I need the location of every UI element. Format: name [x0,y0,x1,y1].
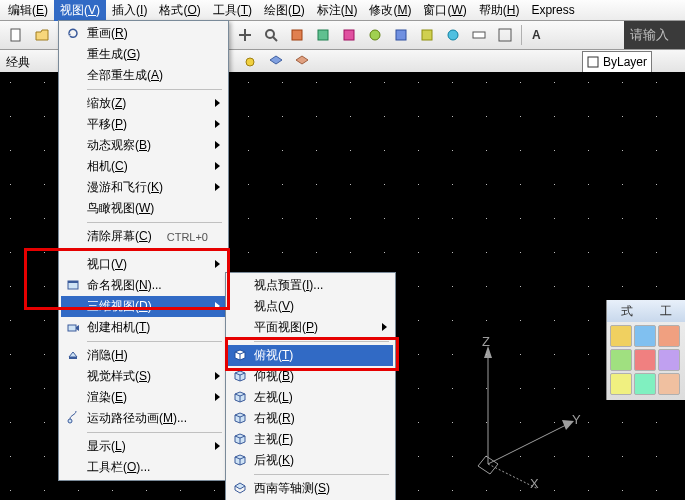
tool-generic-icon[interactable] [415,23,439,47]
menu-编辑[interactable]: 编辑(E) [2,0,54,21]
panel-tab[interactable]: 式 [621,303,633,320]
menu-标注[interactable]: 标注(N) [311,0,364,21]
tool-generic-icon[interactable] [285,23,309,47]
menubar: 编辑(E)视图(V)插入(I)格式(O)工具(T)绘图(D)标注(N)修改(M)… [0,0,685,21]
menu-item-label: 漫游和飞行(K) [87,179,163,196]
menu-item-label: 相机(C) [87,158,128,175]
menu-item[interactable]: 运动路径动画(M)... [61,408,226,429]
menu-item[interactable]: 工具栏(O)... [61,457,226,478]
menu-item[interactable]: 主视(F) [228,429,393,450]
layer-tool-icon[interactable] [290,50,314,74]
menu-插入[interactable]: 插入(I) [106,0,153,21]
panel-btn[interactable] [610,325,632,347]
menu-item-label: 运动路径动画(M)... [87,410,187,427]
submenu-arrow-icon [215,99,220,107]
tool-generic-icon[interactable] [363,23,387,47]
view-menu: 重画(R)重生成(G)全部重生成(A)缩放(Z)平移(P)动态观察(B)相机(C… [58,20,229,481]
menu-item-label: 仰视(B) [254,368,294,385]
menu-item[interactable]: 相机(C) [61,156,226,177]
menu-item[interactable]: 平面视图(P) [228,317,393,338]
tool-generic-icon[interactable] [493,23,517,47]
menu-item[interactable]: 创建相机(T) [61,317,226,338]
menu-item[interactable]: 左视(L) [228,387,393,408]
tool-text-icon[interactable]: A [526,23,550,47]
menu-item[interactable]: 视口(V) [61,254,226,275]
panel-btn[interactable] [634,349,656,371]
cube-icon [232,347,248,363]
menu-窗口[interactable]: 窗口(W) [417,0,472,21]
menu-item[interactable]: 视点预置(I)... [228,275,393,296]
layer-tool-icon[interactable] [264,50,288,74]
menu-item[interactable]: 俯视(T) [228,345,393,366]
layer-selector[interactable]: ByLayer [582,51,652,73]
search-input[interactable]: 请输入 [624,21,685,49]
menu-item-label: 渲染(E) [87,389,127,406]
menu-item-label: 创建相机(T) [87,319,150,336]
tool-open-icon[interactable] [30,23,54,47]
menu-帮助[interactable]: 帮助(H) [473,0,526,21]
panel-btn[interactable] [658,325,680,347]
menu-item[interactable]: 重生成(G) [61,44,226,65]
tool-generic-icon[interactable] [337,23,361,47]
svg-rect-31 [69,357,77,359]
hide-icon [65,347,81,363]
menu-item[interactable]: 显示(L) [61,436,226,457]
panel-btn[interactable] [610,349,632,371]
tool-new-icon[interactable] [4,23,28,47]
menu-item[interactable]: 消隐(H) [61,345,226,366]
menu-item[interactable]: 视点(V) [228,296,393,317]
menu-item[interactable]: 全部重生成(A) [61,65,226,86]
menu-格式[interactable]: 格式(O) [153,0,206,21]
tool-zoom-icon[interactable] [259,23,283,47]
tool-generic-icon[interactable] [311,23,335,47]
menu-item[interactable]: 清除屏幕(C)CTRL+0 [61,226,226,247]
menu-item-label: 鸟瞰视图(W) [87,200,154,217]
menu-工具[interactable]: 工具(T) [207,0,258,21]
panel-btn[interactable] [610,373,632,395]
menu-item[interactable]: 渲染(E) [61,387,226,408]
tool-generic-icon[interactable] [441,23,465,47]
tool-generic-icon[interactable] [467,23,491,47]
tool-pan-icon[interactable] [233,23,257,47]
menu-item[interactable]: 平移(P) [61,114,226,135]
menu-item-label: 西南等轴测(S) [254,480,330,497]
tool-generic-icon[interactable] [389,23,413,47]
menu-item[interactable]: 漫游和飞行(K) [61,177,226,198]
menu-item-label: 后视(K) [254,452,294,469]
menu-修改[interactable]: 修改(M) [363,0,417,21]
menu-视图[interactable]: 视图(V) [54,0,106,21]
svg-marker-27 [478,456,498,474]
svg-rect-29 [68,281,78,283]
svg-rect-17 [473,32,485,38]
camera-icon [65,319,81,335]
menu-item[interactable]: 仰视(B) [228,366,393,387]
submenu-arrow-icon [215,372,220,380]
menu-item[interactable]: 西南等轴测(S) [228,478,393,499]
submenu-arrow-icon [215,141,220,149]
panel-btn[interactable] [634,325,656,347]
menu-item[interactable]: 视觉样式(S) [61,366,226,387]
style-label: 经典 [6,54,30,71]
menu-item[interactable]: 缩放(Z) [61,93,226,114]
svg-rect-0 [11,29,20,41]
panel-btn[interactable] [658,373,680,395]
panel-btn[interactable] [634,373,656,395]
menu-绘图[interactable]: 绘图(D) [258,0,311,21]
layer-tool-icon[interactable] [238,50,262,74]
menu-item[interactable]: 后视(K) [228,450,393,471]
shortcut: CTRL+0 [167,231,208,243]
menu-item-label: 三维视图(D) [87,298,152,315]
menu-item-label: 缩放(Z) [87,95,126,112]
iso-icon [232,480,248,496]
menu-item-label: 动态观察(B) [87,137,151,154]
menu-item[interactable]: 三维视图(D) [61,296,226,317]
panel-tab[interactable]: 工 [660,303,672,320]
svg-rect-21 [588,57,598,67]
menu-item[interactable]: 重画(R) [61,23,226,44]
menu-item[interactable]: 鸟瞰视图(W) [61,198,226,219]
menu-item[interactable]: 命名视图(N)... [61,275,226,296]
menu-item[interactable]: 动态观察(B) [61,135,226,156]
panel-btn[interactable] [658,349,680,371]
menu-Express[interactable]: Express [525,1,580,19]
menu-item[interactable]: 右视(R) [228,408,393,429]
